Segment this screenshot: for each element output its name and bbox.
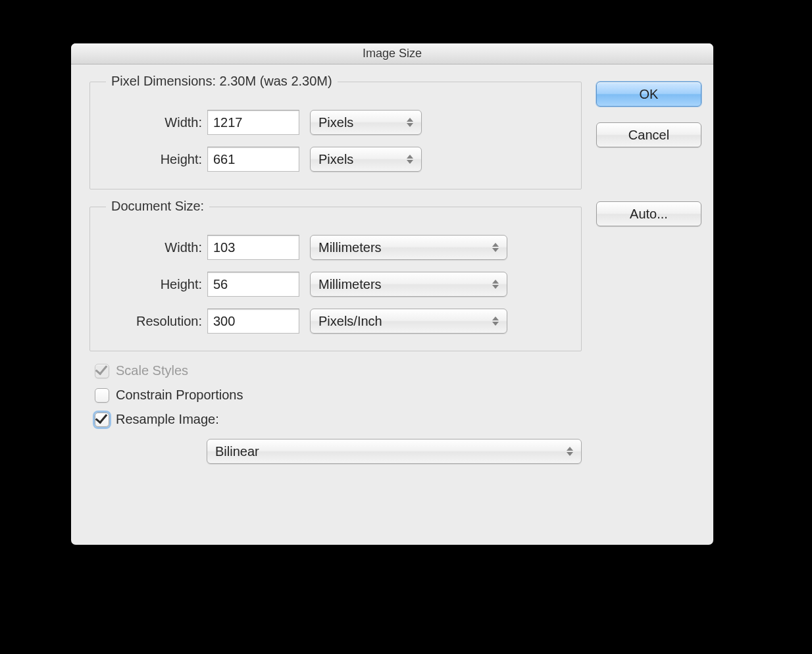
pixel-width-unit-value: Pixels	[318, 115, 353, 130]
resample-method-select[interactable]: Bilinear	[207, 439, 582, 464]
constrain-proportions-checkbox[interactable]	[95, 388, 109, 403]
stepper-icon	[492, 312, 501, 330]
document-size-group: Document Size: Width: Millimeters Height…	[89, 207, 582, 351]
auto-button-label: Auto...	[630, 207, 668, 222]
window-title: Image Size	[363, 47, 422, 61]
pixel-height-input[interactable]	[207, 147, 299, 172]
resample-image-row[interactable]: Resample Image:	[95, 412, 582, 427]
image-size-dialog: Image Size Pixel Dimensions: 2.30M (was …	[71, 43, 713, 545]
doc-height-unit-select[interactable]: Millimeters	[310, 272, 507, 297]
pixel-height-unit-value: Pixels	[318, 152, 353, 167]
ok-button-label: OK	[640, 87, 659, 102]
resolution-unit-select[interactable]: Pixels/Inch	[310, 309, 507, 334]
resample-method-value: Bilinear	[215, 444, 259, 459]
scale-styles-checkbox	[95, 364, 109, 378]
stepper-icon	[407, 113, 416, 132]
stepper-icon	[567, 442, 576, 461]
dialog-body: Pixel Dimensions: 2.30M (was 2.30M) Widt…	[71, 64, 713, 545]
pixel-height-unit-select[interactable]: Pixels	[310, 147, 422, 172]
auto-button[interactable]: Auto...	[596, 201, 701, 226]
resolution-input[interactable]	[207, 309, 299, 334]
resolution-label: Resolution:	[105, 314, 207, 329]
scale-styles-row: Scale Styles	[95, 363, 582, 378]
pixel-width-unit-select[interactable]: Pixels	[310, 110, 422, 135]
pixel-width-label: Width:	[105, 115, 207, 130]
resample-image-checkbox[interactable]	[95, 413, 109, 427]
doc-height-input[interactable]	[207, 272, 299, 297]
resample-image-label: Resample Image:	[116, 412, 219, 427]
constrain-proportions-row[interactable]: Constrain Proportions	[95, 388, 582, 403]
pixel-height-label: Height:	[105, 152, 207, 167]
stepper-icon	[492, 275, 501, 293]
ok-button[interactable]: OK	[596, 82, 701, 107]
doc-width-input[interactable]	[207, 235, 299, 260]
scale-styles-label: Scale Styles	[116, 363, 188, 378]
pixel-dimensions-group: Pixel Dimensions: 2.30M (was 2.30M) Widt…	[89, 82, 582, 189]
doc-height-unit-value: Millimeters	[318, 277, 382, 292]
pixel-width-input[interactable]	[207, 110, 299, 135]
doc-width-unit-select[interactable]: Millimeters	[310, 235, 507, 260]
resolution-unit-value: Pixels/Inch	[318, 314, 382, 329]
titlebar: Image Size	[71, 43, 713, 64]
document-size-legend: Document Size:	[106, 199, 209, 214]
cancel-button-label: Cancel	[628, 128, 669, 143]
doc-width-label: Width:	[105, 240, 207, 255]
doc-height-label: Height:	[105, 277, 207, 292]
doc-width-unit-value: Millimeters	[318, 240, 382, 255]
constrain-proportions-label: Constrain Proportions	[116, 388, 243, 403]
pixel-dimensions-legend: Pixel Dimensions: 2.30M (was 2.30M)	[106, 74, 338, 89]
stepper-icon	[492, 238, 501, 257]
cancel-button[interactable]: Cancel	[596, 122, 701, 147]
stepper-icon	[407, 150, 416, 168]
